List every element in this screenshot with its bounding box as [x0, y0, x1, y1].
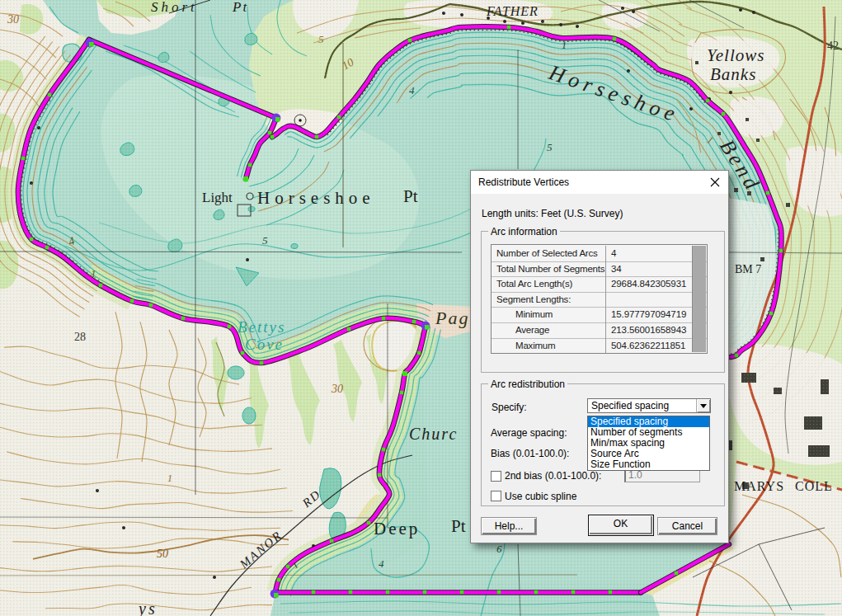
- svg-text:MARYS: MARYS: [734, 479, 784, 493]
- svg-text:5: 5: [547, 141, 553, 153]
- svg-text:ys: ys: [137, 600, 158, 616]
- svg-text:Light: Light: [202, 190, 233, 205]
- svg-text:BM 7: BM 7: [735, 263, 761, 275]
- svg-text:Bettys: Bettys: [238, 318, 285, 336]
- svg-text:28: 28: [74, 331, 86, 343]
- svg-text:Short: Short: [151, 0, 198, 15]
- svg-text:1: 1: [167, 473, 172, 484]
- svg-text:5: 5: [318, 33, 324, 45]
- svg-text:50: 50: [157, 548, 168, 560]
- svg-text:Pt: Pt: [403, 186, 418, 206]
- svg-text:Pt: Pt: [232, 0, 248, 15]
- svg-text:5: 5: [262, 234, 268, 247]
- svg-text:Banks: Banks: [710, 64, 756, 84]
- svg-text:6: 6: [496, 543, 502, 555]
- svg-text:Pag: Pag: [435, 308, 469, 328]
- svg-text:COLL: COLL: [795, 479, 833, 493]
- svg-text:30: 30: [7, 13, 19, 26]
- svg-text:Horseshoe: Horseshoe: [257, 188, 375, 208]
- svg-text:Deep: Deep: [374, 519, 420, 538]
- svg-text:4: 4: [379, 557, 384, 570]
- svg-text:Yellows: Yellows: [707, 45, 764, 65]
- svg-text:Pt: Pt: [451, 516, 466, 536]
- svg-text:42: 42: [827, 40, 839, 52]
- svg-text:1: 1: [562, 40, 567, 51]
- svg-text:4: 4: [409, 84, 415, 96]
- svg-text:Churc: Churc: [409, 425, 458, 443]
- svg-text:Cove: Cove: [245, 336, 284, 353]
- svg-text:30: 30: [331, 383, 343, 395]
- svg-text:FATHER: FATHER: [486, 4, 539, 18]
